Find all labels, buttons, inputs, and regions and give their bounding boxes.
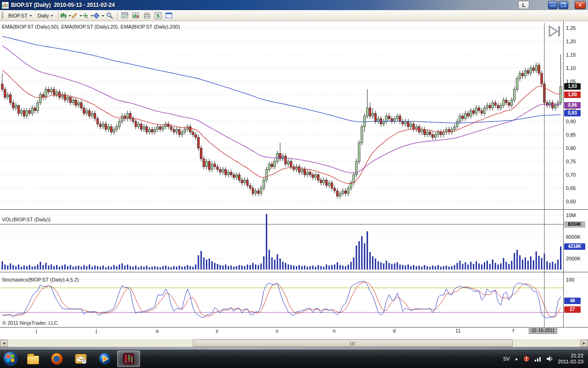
volume-axis-tick: 2000K: [566, 255, 581, 262]
clock-date: 2011-02-23: [558, 359, 583, 365]
taskbar-item-firefox[interactable]: [45, 351, 68, 367]
crosshair-plus-icon: [82, 12, 89, 19]
price-value-box: 1,00: [564, 92, 581, 98]
clock[interactable]: 21:22 2011-02-23: [558, 353, 583, 365]
cursor-tool-button[interactable]: [82, 11, 93, 20]
start-button[interactable]: [0, 350, 21, 368]
update-notification-icon[interactable]: [523, 356, 530, 362]
volume-panel-indicator-label: VOL(BIOP.ST (Daily)): [2, 217, 51, 222]
app-icon: [2, 2, 9, 9]
panel-separators: [0, 21, 588, 328]
stoch-value-box: 27: [564, 306, 581, 313]
price-axis-tick: 1,10: [566, 65, 576, 71]
time-axis-label: d: [393, 328, 396, 334]
interval-dropdown[interactable]: Daily: [35, 12, 56, 20]
toolbar-separator: [117, 12, 118, 20]
link-button[interactable]: L: [518, 1, 529, 9]
ninjatrader-icon: [122, 352, 135, 365]
navigate-button[interactable]: [93, 11, 104, 20]
price-axis-tick: 0,60: [566, 198, 576, 205]
taskbar-item-media-player[interactable]: [93, 351, 116, 367]
volume-axis-tick: 10M: [566, 212, 576, 218]
taskbar-item-ninjatrader[interactable]: [117, 351, 140, 367]
instrument-dropdown[interactable]: BIOP.ST: [6, 12, 35, 20]
language-indicator[interactable]: SV: [503, 356, 510, 362]
copyright-text: © 2011 NinjaTrader, LLC: [2, 320, 58, 326]
chart-style-button[interactable]: [60, 11, 71, 20]
horizontal-scrollbar[interactable]: ◄ ►: [0, 339, 588, 347]
taskbar-item-outlook[interactable]: [69, 351, 92, 367]
chart-trader-button[interactable]: [164, 11, 175, 20]
price-axis-tick: 0,75: [566, 158, 576, 165]
stoch-axis-tick: 100: [566, 276, 574, 283]
volume-value-box: 8304K: [564, 221, 585, 228]
volume-value-box: 4218K: [564, 243, 585, 250]
time-axis-label: o: [276, 328, 278, 334]
scrollbar-thumb[interactable]: [193, 339, 513, 347]
instrument-label: BIOP.ST: [8, 13, 28, 18]
crosshair: [0, 23, 563, 327]
system-tray: SV ▲ 21:22 2011-02-23: [503, 353, 588, 365]
data-box-icon: [121, 12, 129, 19]
chart-trader-icon: [165, 12, 173, 19]
time-axis-label: j: [36, 328, 37, 334]
pencil-icon: [71, 12, 78, 19]
volume-icon[interactable]: [546, 356, 554, 362]
price-axis-tick: 0,80: [566, 145, 576, 151]
candlestick-series: [1, 55, 562, 199]
window-titlebar[interactable]: BIOP.ST (Daily) 2010-05-13 - 2011-02-24 …: [0, 0, 588, 10]
chart-window: EMA(BIOP.ST (Daily),50), EMA(BIOP.ST (Da…: [0, 21, 588, 339]
toolbar-separator: [58, 12, 58, 20]
snapshot-icon: S: [154, 12, 162, 19]
taskbar-item-explorer[interactable]: [22, 351, 45, 367]
interval-label: Daily: [38, 13, 49, 18]
stochastics-panel-indicator-label: Stochastics(BIOP.ST (Daily),4,5,2): [2, 277, 79, 282]
go-to-end-marker-icon[interactable]: [547, 25, 562, 38]
compass-icon: [93, 12, 100, 19]
chart-canvas[interactable]: [0, 21, 588, 339]
chevron-down-icon: [29, 15, 32, 18]
time-axis-label: j: [96, 328, 97, 334]
snapshot-button[interactable]: S: [153, 11, 164, 20]
magnifier-icon: [106, 12, 113, 19]
price-axis-tick: 1,20: [566, 38, 576, 45]
panel-layout-button[interactable]: [130, 11, 141, 20]
price-axis-tick: 0,90: [566, 118, 576, 125]
time-axis-label: s: [215, 328, 218, 334]
network-icon[interactable]: [534, 356, 542, 362]
time-axis-label: 11: [455, 328, 460, 334]
scrollbar-grip: [350, 342, 356, 345]
price-axis-tick: 1,25: [566, 25, 576, 31]
zoom-button[interactable]: [104, 11, 115, 20]
printer-icon: [143, 12, 151, 19]
tray-expand-icon[interactable]: ▲: [514, 356, 519, 361]
gridlines: [0, 28, 563, 280]
close-button[interactable]: ✕: [575, 1, 586, 9]
price-value-box: 0,96: [564, 102, 581, 109]
folder-icon: [27, 356, 39, 364]
maximize-button[interactable]: ❐: [559, 1, 568, 9]
price-value-box: 0,93: [564, 110, 581, 116]
time-axis-label: f: [513, 328, 514, 334]
scroll-left-button[interactable]: ◄: [0, 339, 8, 347]
volume-axis-tick: 6000K: [566, 234, 581, 240]
minimize-button[interactable]: —: [548, 1, 558, 9]
svg-text:S: S: [157, 13, 160, 18]
firefox-icon: [51, 352, 63, 365]
candlestick-icon: [60, 12, 67, 19]
windows-logo-icon: [3, 351, 18, 367]
outlook-icon: [74, 352, 87, 365]
price-axis-tick: 0,70: [566, 172, 576, 178]
price-value-box: 1,03: [564, 83, 581, 90]
drawing-tools-button[interactable]: [71, 11, 82, 20]
data-box-button[interactable]: [119, 11, 130, 20]
stochastic-lines: [0, 281, 563, 318]
taskbar: SV ▲ 21:22 2011-02-23: [0, 350, 588, 368]
toolbar-grip[interactable]: [1, 12, 4, 19]
chart-toolbar: BIOP.ST Daily: [0, 10, 588, 21]
scroll-right-button[interactable]: ►: [580, 339, 588, 347]
time-axis-label: a: [156, 328, 158, 334]
print-button[interactable]: [141, 11, 153, 20]
volume-series: [1, 214, 561, 270]
window-title: BIOP.ST (Daily) 2010-05-13 - 2011-02-24: [11, 2, 115, 8]
